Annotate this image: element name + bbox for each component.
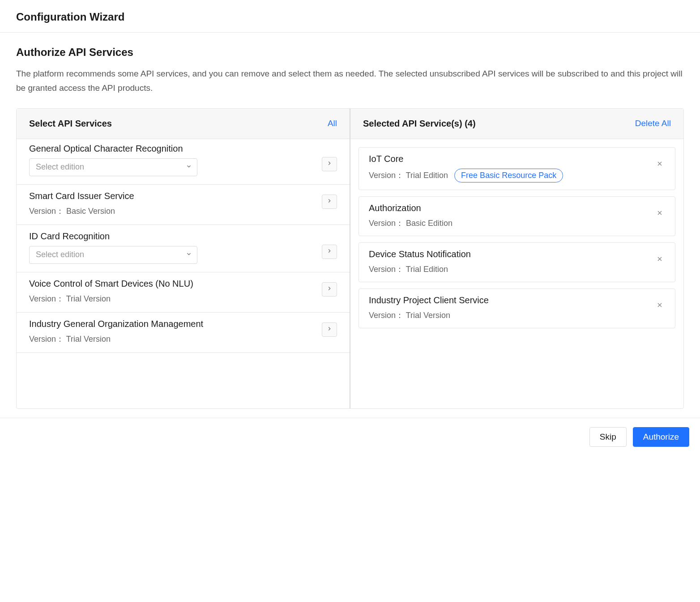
page-title: Configuration Wizard — [16, 11, 684, 23]
remove-button[interactable] — [653, 208, 666, 220]
remove-button[interactable] — [653, 254, 666, 266]
selected-item-name: Industry Project Client Service — [369, 295, 653, 305]
selected-panel: Selected API Service(s) (4) Delete All I… — [350, 109, 683, 408]
skip-button[interactable]: Skip — [589, 427, 627, 447]
section-title: Authorize API Services — [16, 46, 684, 59]
selected-item: Device Status Notification Version： Tria… — [359, 242, 675, 282]
selected-item-version: Version： Basic Edition — [369, 218, 452, 229]
chevron-right-icon — [326, 326, 333, 333]
authorize-button[interactable]: Authorize — [633, 427, 689, 447]
available-panel-title: Select API Services — [29, 119, 112, 129]
page-header: Configuration Wizard — [0, 0, 700, 33]
available-panel-header: Select API Services All — [17, 109, 350, 139]
selected-item-version: Version： Trial Version — [369, 310, 450, 321]
close-icon — [656, 160, 663, 169]
footer: Skip Authorize — [0, 418, 700, 458]
available-item-name: Industry General Organization Management — [29, 319, 316, 329]
chevron-right-icon — [326, 285, 333, 293]
selected-item-version: Version： Trial Edition — [369, 264, 448, 275]
transfer-panels: Select API Services All General Optical … — [16, 108, 684, 409]
available-item-version: Version： Basic Version — [29, 206, 316, 216]
available-item-version: Version： Trial Version — [29, 334, 316, 344]
edition-select[interactable]: Select edition — [29, 158, 197, 176]
selected-item-version: Version： Trial Edition — [369, 170, 448, 181]
selected-item-name: IoT Core — [369, 154, 653, 164]
selected-item-name: Authorization — [369, 203, 653, 213]
available-item-name: Voice Control of Smart Devices (No NLU) — [29, 279, 316, 289]
close-icon — [656, 301, 663, 310]
select-all-link[interactable]: All — [328, 119, 337, 128]
selected-panel-title: Selected API Service(s) (4) — [363, 119, 476, 129]
section-description: The platform recommends some API service… — [16, 67, 684, 96]
add-button[interactable] — [322, 282, 337, 297]
add-button[interactable] — [322, 195, 337, 209]
available-item-version: Version： Trial Version — [29, 293, 316, 304]
selected-item: Authorization Version： Basic Edition — [359, 196, 675, 236]
add-button[interactable] — [322, 157, 337, 171]
chevron-right-icon — [326, 248, 333, 255]
available-panel: Select API Services All General Optical … — [17, 109, 350, 408]
selected-panel-header: Selected API Service(s) (4) Delete All — [350, 109, 683, 139]
available-item-name: General Optical Character Recognition — [29, 144, 316, 154]
add-button[interactable] — [322, 245, 337, 259]
available-item: ID Card Recognition Select edition — [17, 225, 350, 272]
selected-list: IoT Core Version： Trial Edition Free Bas… — [350, 139, 683, 408]
free-pack-badge[interactable]: Free Basic Resource Pack — [454, 169, 563, 182]
remove-button[interactable] — [653, 158, 666, 171]
available-item-name: Smart Card Issuer Service — [29, 191, 316, 201]
edition-select[interactable]: Select edition — [29, 246, 197, 264]
available-item: Voice Control of Smart Devices (No NLU) … — [17, 272, 350, 313]
content: Authorize API Services The platform reco… — [0, 33, 700, 418]
chevron-right-icon — [326, 160, 333, 168]
selected-item: Industry Project Client Service Version：… — [359, 288, 675, 328]
available-item: General Optical Character Recognition Se… — [17, 139, 350, 185]
delete-all-link[interactable]: Delete All — [635, 119, 671, 128]
selected-item: IoT Core Version： Trial Edition Free Bas… — [359, 147, 675, 190]
available-list: General Optical Character Recognition Se… — [17, 139, 350, 408]
available-item: Industry General Organization Management… — [17, 313, 350, 353]
close-icon — [656, 209, 663, 218]
selected-item-name: Device Status Notification — [369, 249, 653, 259]
available-item: Smart Card Issuer Service Version： Basic… — [17, 185, 350, 225]
chevron-right-icon — [326, 198, 333, 205]
remove-button[interactable] — [653, 300, 666, 312]
add-button[interactable] — [322, 322, 337, 337]
available-item-name: ID Card Recognition — [29, 231, 316, 242]
close-icon — [656, 255, 663, 264]
